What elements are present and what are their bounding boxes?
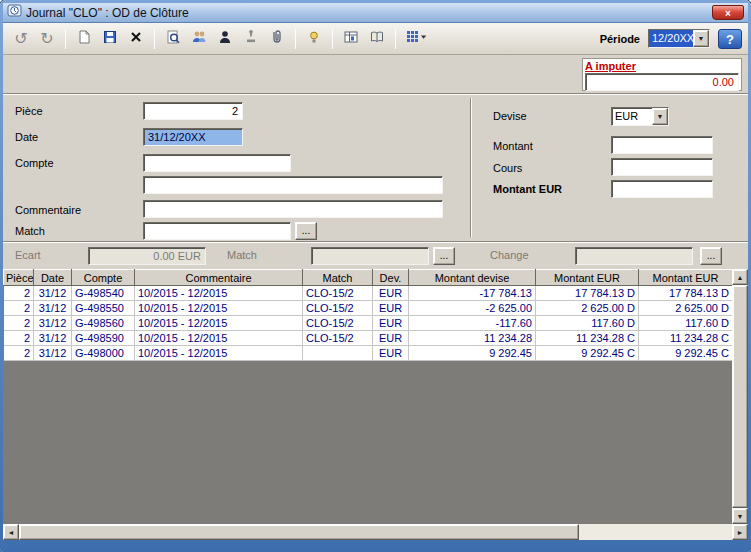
column-header[interactable]: Pièce — [4, 270, 34, 286]
horizontal-scrollbar[interactable]: ◄ ► — [3, 524, 748, 540]
column-header[interactable]: Commentaire — [135, 270, 303, 286]
scroll-up-button[interactable]: ▲ — [732, 269, 748, 285]
table-cell: 10/2015 - 12/2015 — [135, 286, 303, 301]
table-cell: -117.60 — [409, 316, 536, 331]
delete-icon — [128, 29, 144, 48]
table-cell: 31/12 — [34, 286, 72, 301]
ecart-match-browse-button[interactable]: ... — [433, 247, 455, 265]
cours-input[interactable] — [611, 158, 713, 176]
new-document-icon — [76, 29, 92, 48]
table-row[interactable]: 231/12G-49854010/2015 - 12/2015CLO-15/2E… — [4, 286, 733, 301]
table-cell: 11 234.28 — [409, 331, 536, 346]
previous-icon: ↺ — [14, 31, 27, 47]
grid-menu-icon — [405, 29, 429, 48]
date-input[interactable] — [143, 128, 243, 146]
scroll-left-button[interactable]: ◄ — [3, 524, 19, 540]
table-row[interactable]: 231/12G-49855010/2015 - 12/2015CLO-15/2E… — [4, 301, 733, 316]
table-cell: 11 234.28 C — [536, 331, 639, 346]
column-header[interactable]: Montant EUR — [536, 270, 639, 286]
piece-input[interactable] — [143, 102, 243, 120]
attachment-button[interactable] — [265, 27, 289, 51]
next-button[interactable]: ↻ — [35, 27, 59, 51]
table-cell: 31/12 — [34, 301, 72, 316]
toolbar-separator — [154, 29, 155, 49]
commentaire-input[interactable] — [143, 200, 443, 218]
form-divider — [470, 98, 472, 237]
new-document-button[interactable] — [72, 27, 96, 51]
column-header[interactable]: Compte — [72, 270, 135, 286]
table-row[interactable]: 231/12G-49856010/2015 - 12/2015CLO-15/2E… — [4, 316, 733, 331]
arrow-right-icon: ► — [737, 529, 744, 536]
contacts-button[interactable] — [187, 27, 211, 51]
previous-button[interactable]: ↺ — [9, 27, 33, 51]
column-header[interactable]: Montant devise — [409, 270, 536, 286]
table-cell: G-498590 — [72, 331, 135, 346]
table-row[interactable]: 231/12G-49859010/2015 - 12/2015CLO-15/2E… — [4, 331, 733, 346]
vertical-scroll-thumb[interactable] — [732, 285, 748, 508]
compte-input[interactable] — [143, 154, 291, 172]
date-label: Date — [15, 131, 38, 143]
delete-button[interactable] — [124, 27, 148, 51]
scroll-right-button[interactable]: ► — [732, 524, 748, 540]
montant-eur-input[interactable] — [611, 180, 713, 198]
search-button[interactable] — [161, 27, 185, 51]
table-cell: 2 — [4, 316, 34, 331]
scroll-down-button[interactable]: ▼ — [732, 508, 748, 524]
table-cell: EUR — [373, 316, 409, 331]
compte-name-input[interactable] — [143, 176, 443, 194]
ecart-match-label: Match — [227, 249, 257, 261]
table-cell: 2 625.00 D — [536, 301, 639, 316]
ellipsis-icon: ... — [440, 250, 448, 261]
change-browse-button[interactable]: ... — [700, 247, 722, 265]
devise-value: EUR — [612, 108, 652, 125]
a-imputer-label: A imputer — [585, 60, 739, 72]
ellipsis-icon: ... — [707, 250, 715, 261]
montant-input[interactable] — [611, 136, 713, 154]
table-cell: 9 292.45 C — [639, 346, 733, 361]
table-cell: EUR — [373, 331, 409, 346]
table-cell: 31/12 — [34, 346, 72, 361]
column-header[interactable]: Dev. — [373, 270, 409, 286]
table-cell: G-498550 — [72, 301, 135, 316]
grid-menu-button[interactable] — [402, 27, 432, 51]
next-icon: ↻ — [40, 31, 53, 47]
match-browse-button[interactable]: ... — [295, 222, 317, 240]
table-cell: 2 — [4, 286, 34, 301]
table-cell: 2 — [4, 301, 34, 316]
table-cell: CLO-15/2 — [303, 286, 373, 301]
periode-select[interactable]: 12/20XX ▼ — [648, 29, 710, 48]
horizontal-scroll-thumb[interactable] — [19, 524, 579, 540]
close-icon: × — [725, 8, 731, 19]
vertical-scrollbar[interactable]: ▲ ▼ — [732, 269, 748, 524]
table-cell: EUR — [373, 286, 409, 301]
match-input[interactable] — [143, 222, 291, 240]
help-button[interactable]: ? — [718, 29, 742, 49]
a-imputer-field[interactable] — [585, 73, 739, 91]
horizontal-scroll-track[interactable] — [579, 524, 732, 540]
table-cell: 17 784.13 D — [536, 286, 639, 301]
close-button[interactable]: × — [712, 5, 744, 20]
lamp-icon — [306, 29, 322, 48]
toolbar-separator — [332, 29, 333, 49]
lamp-button[interactable] — [302, 27, 326, 51]
devise-dropdown-button[interactable]: ▼ — [652, 108, 668, 125]
table-cell: 2 625.00 D — [639, 301, 733, 316]
table-row[interactable]: 231/12G-49800010/2015 - 12/2015EUR9 292.… — [4, 346, 733, 361]
ecart-row: Ecart Match ... Change ... — [3, 241, 748, 269]
stamp-button[interactable] — [239, 27, 263, 51]
table-cell: 117.60 D — [536, 316, 639, 331]
report-button[interactable] — [339, 27, 363, 51]
book-button[interactable] — [365, 27, 389, 51]
compte-label: Compte — [15, 157, 54, 169]
column-header[interactable]: Date — [34, 270, 72, 286]
devise-select[interactable]: EUR ▼ — [611, 107, 669, 126]
save-button[interactable] — [98, 27, 122, 51]
periode-dropdown-button[interactable]: ▼ — [693, 30, 709, 47]
save-icon — [102, 29, 118, 48]
column-header[interactable]: Montant EUR — [639, 270, 733, 286]
column-header[interactable]: Match — [303, 270, 373, 286]
app-icon — [7, 3, 22, 22]
user-button[interactable] — [213, 27, 237, 51]
cours-label: Cours — [493, 162, 522, 174]
title-bar[interactable]: Journal "CLO" : OD de Clôture × — [3, 3, 748, 23]
